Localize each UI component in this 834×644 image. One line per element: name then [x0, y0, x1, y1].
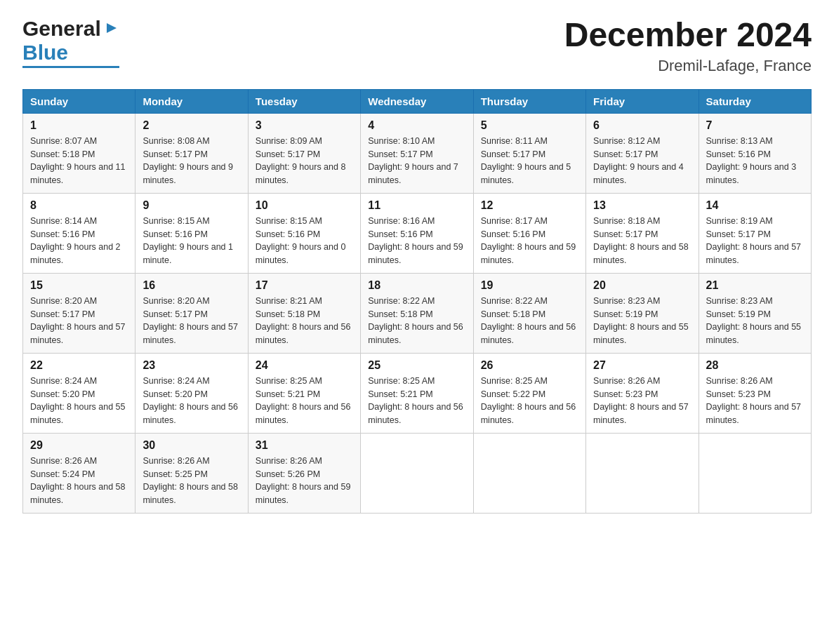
calendar-cell: 17 Sunrise: 8:21 AM Sunset: 5:18 PM Dayl…: [248, 273, 360, 353]
day-number: 11: [368, 199, 465, 212]
calendar-cell: 16 Sunrise: 8:20 AM Sunset: 5:17 PM Dayl…: [135, 273, 248, 353]
day-info: Sunrise: 8:25 AM Sunset: 5:21 PM Dayligh…: [368, 375, 465, 427]
day-number: 29: [30, 439, 128, 452]
day-number: 1: [30, 119, 128, 132]
day-info: Sunrise: 8:09 AM Sunset: 5:17 PM Dayligh…: [256, 135, 353, 187]
day-info: Sunrise: 8:18 AM Sunset: 5:17 PM Dayligh…: [593, 215, 691, 267]
calendar-cell: 13 Sunrise: 8:18 AM Sunset: 5:17 PM Dayl…: [586, 193, 699, 273]
logo-blue-text: Blue: [22, 41, 68, 65]
logo-general-text: General: [22, 17, 101, 41]
day-number: 15: [30, 279, 128, 292]
calendar-cell: 4 Sunrise: 8:10 AM Sunset: 5:17 PM Dayli…: [361, 113, 473, 193]
col-saturday: Saturday: [699, 89, 811, 113]
calendar-cell: 21 Sunrise: 8:23 AM Sunset: 5:19 PM Dayl…: [699, 273, 811, 353]
calendar-cell: 10 Sunrise: 8:15 AM Sunset: 5:16 PM Dayl…: [248, 193, 360, 273]
day-info: Sunrise: 8:20 AM Sunset: 5:17 PM Dayligh…: [30, 295, 128, 347]
calendar-week-row: 8 Sunrise: 8:14 AM Sunset: 5:16 PM Dayli…: [23, 193, 812, 273]
calendar-cell: [361, 433, 473, 513]
day-info: Sunrise: 8:14 AM Sunset: 5:16 PM Dayligh…: [30, 215, 128, 267]
col-thursday: Thursday: [473, 89, 585, 113]
day-number: 16: [143, 279, 240, 292]
day-info: Sunrise: 8:24 AM Sunset: 5:20 PM Dayligh…: [30, 375, 128, 427]
day-info: Sunrise: 8:25 AM Sunset: 5:22 PM Dayligh…: [481, 375, 578, 427]
day-number: 23: [143, 359, 240, 372]
calendar-week-row: 15 Sunrise: 8:20 AM Sunset: 5:17 PM Dayl…: [23, 273, 812, 353]
svg-marker-0: [107, 23, 117, 33]
calendar-subtitle: Dremil-Lafage, France: [564, 57, 812, 75]
calendar-cell: 11 Sunrise: 8:16 AM Sunset: 5:16 PM Dayl…: [361, 193, 473, 273]
calendar-week-row: 22 Sunrise: 8:24 AM Sunset: 5:20 PM Dayl…: [23, 353, 812, 433]
day-number: 13: [593, 199, 691, 212]
calendar-cell: 1 Sunrise: 8:07 AM Sunset: 5:18 PM Dayli…: [23, 113, 135, 193]
day-info: Sunrise: 8:20 AM Sunset: 5:17 PM Dayligh…: [143, 295, 240, 347]
day-info: Sunrise: 8:17 AM Sunset: 5:16 PM Dayligh…: [481, 215, 578, 267]
calendar-cell: [699, 433, 811, 513]
calendar-week-row: 1 Sunrise: 8:07 AM Sunset: 5:18 PM Dayli…: [23, 113, 812, 193]
day-number: 25: [368, 359, 465, 372]
calendar-week-row: 29 Sunrise: 8:26 AM Sunset: 5:24 PM Dayl…: [23, 433, 812, 513]
day-info: Sunrise: 8:25 AM Sunset: 5:21 PM Dayligh…: [256, 375, 353, 427]
day-info: Sunrise: 8:24 AM Sunset: 5:20 PM Dayligh…: [143, 375, 240, 427]
day-number: 28: [706, 359, 804, 372]
calendar-cell: 6 Sunrise: 8:12 AM Sunset: 5:17 PM Dayli…: [586, 113, 699, 193]
col-tuesday: Tuesday: [248, 89, 360, 113]
day-info: Sunrise: 8:13 AM Sunset: 5:16 PM Dayligh…: [706, 135, 804, 187]
day-info: Sunrise: 8:23 AM Sunset: 5:19 PM Dayligh…: [593, 295, 691, 347]
calendar-cell: [473, 433, 585, 513]
day-info: Sunrise: 8:26 AM Sunset: 5:26 PM Dayligh…: [256, 455, 353, 507]
day-number: 12: [481, 199, 578, 212]
calendar-title: December 2024: [564, 17, 812, 54]
day-info: Sunrise: 8:10 AM Sunset: 5:17 PM Dayligh…: [368, 135, 465, 187]
day-info: Sunrise: 8:23 AM Sunset: 5:19 PM Dayligh…: [706, 295, 804, 347]
calendar-cell: 30 Sunrise: 8:26 AM Sunset: 5:25 PM Dayl…: [135, 433, 248, 513]
calendar-cell: 19 Sunrise: 8:22 AM Sunset: 5:18 PM Dayl…: [473, 273, 585, 353]
calendar-cell: 5 Sunrise: 8:11 AM Sunset: 5:17 PM Dayli…: [473, 113, 585, 193]
calendar-cell: 28 Sunrise: 8:26 AM Sunset: 5:23 PM Dayl…: [699, 353, 811, 433]
title-block: December 2024 Dremil-Lafage, France: [564, 17, 812, 75]
day-info: Sunrise: 8:11 AM Sunset: 5:17 PM Dayligh…: [481, 135, 578, 187]
calendar-cell: 29 Sunrise: 8:26 AM Sunset: 5:24 PM Dayl…: [23, 433, 135, 513]
calendar-cell: 31 Sunrise: 8:26 AM Sunset: 5:26 PM Dayl…: [248, 433, 360, 513]
day-number: 4: [368, 119, 465, 132]
day-number: 30: [143, 439, 240, 452]
calendar-cell: [586, 433, 699, 513]
calendar-cell: 14 Sunrise: 8:19 AM Sunset: 5:17 PM Dayl…: [699, 193, 811, 273]
calendar-cell: 3 Sunrise: 8:09 AM Sunset: 5:17 PM Dayli…: [248, 113, 360, 193]
day-number: 17: [256, 279, 353, 292]
day-number: 21: [706, 279, 804, 292]
calendar-cell: 8 Sunrise: 8:14 AM Sunset: 5:16 PM Dayli…: [23, 193, 135, 273]
calendar-cell: 23 Sunrise: 8:24 AM Sunset: 5:20 PM Dayl…: [135, 353, 248, 433]
day-number: 9: [143, 199, 240, 212]
calendar-cell: 26 Sunrise: 8:25 AM Sunset: 5:22 PM Dayl…: [473, 353, 585, 433]
day-info: Sunrise: 8:21 AM Sunset: 5:18 PM Dayligh…: [256, 295, 353, 347]
calendar-cell: 27 Sunrise: 8:26 AM Sunset: 5:23 PM Dayl…: [586, 353, 699, 433]
col-monday: Monday: [135, 89, 248, 113]
day-number: 22: [30, 359, 128, 372]
calendar-cell: 18 Sunrise: 8:22 AM Sunset: 5:18 PM Dayl…: [361, 273, 473, 353]
day-info: Sunrise: 8:16 AM Sunset: 5:16 PM Dayligh…: [368, 215, 465, 267]
day-info: Sunrise: 8:22 AM Sunset: 5:18 PM Dayligh…: [368, 295, 465, 347]
day-info: Sunrise: 8:08 AM Sunset: 5:17 PM Dayligh…: [143, 135, 240, 187]
page-header: General Blue December 2024 Dremil-Lafage…: [22, 17, 812, 75]
day-number: 14: [706, 199, 804, 212]
day-number: 26: [481, 359, 578, 372]
logo: General Blue: [22, 17, 119, 68]
calendar-cell: 24 Sunrise: 8:25 AM Sunset: 5:21 PM Dayl…: [248, 353, 360, 433]
calendar-cell: 20 Sunrise: 8:23 AM Sunset: 5:19 PM Dayl…: [586, 273, 699, 353]
day-number: 7: [706, 119, 804, 132]
day-info: Sunrise: 8:15 AM Sunset: 5:16 PM Dayligh…: [143, 215, 240, 267]
col-sunday: Sunday: [23, 89, 135, 113]
day-number: 19: [481, 279, 578, 292]
calendar-cell: 25 Sunrise: 8:25 AM Sunset: 5:21 PM Dayl…: [361, 353, 473, 433]
day-number: 31: [256, 439, 353, 452]
calendar-table: Sunday Monday Tuesday Wednesday Thursday…: [22, 89, 812, 514]
day-number: 5: [481, 119, 578, 132]
logo-underline: [22, 66, 119, 68]
day-number: 10: [256, 199, 353, 212]
day-info: Sunrise: 8:07 AM Sunset: 5:18 PM Dayligh…: [30, 135, 128, 187]
day-info: Sunrise: 8:26 AM Sunset: 5:24 PM Dayligh…: [30, 455, 128, 507]
day-info: Sunrise: 8:26 AM Sunset: 5:23 PM Dayligh…: [706, 375, 804, 427]
day-number: 6: [593, 119, 691, 132]
col-wednesday: Wednesday: [361, 89, 473, 113]
day-number: 3: [256, 119, 353, 132]
